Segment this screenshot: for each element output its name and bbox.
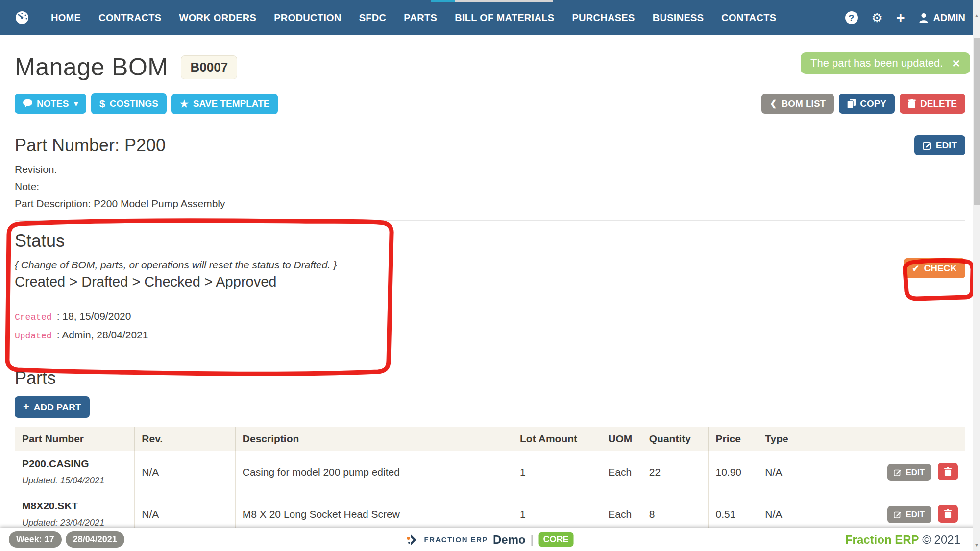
parts-table: Part Number Rev. Description Lot Amount … <box>15 427 965 535</box>
nav-item-contacts[interactable]: CONTACTS <box>721 12 776 24</box>
check-icon: ✔ <box>912 264 919 273</box>
col-actions <box>857 427 965 451</box>
col-quantity: Quantity <box>642 427 709 451</box>
brand-separator: | <box>531 533 534 546</box>
row-edit-button[interactable]: EDIT <box>887 464 931 481</box>
nav-links: HOME CONTRACTS WORK ORDERS PRODUCTION SF… <box>51 12 776 24</box>
col-description: Description <box>235 427 513 451</box>
week-badge: Week: 17 <box>9 531 62 548</box>
add-part-button[interactable]: + ADD PART <box>15 396 90 418</box>
row-rev: N/A <box>135 451 236 493</box>
scroll-down-icon[interactable]: ▼ <box>973 541 980 549</box>
part-description-line: Part Description: P200 Model Pump Assemb… <box>15 198 965 210</box>
app-logo[interactable] <box>15 10 29 25</box>
nav-item-bill-of-materials[interactable]: BILL OF MATERIALS <box>455 12 554 24</box>
copy-button[interactable]: COPY <box>839 94 895 114</box>
nav-item-work-orders[interactable]: WORK ORDERS <box>179 12 256 24</box>
nav-item-parts[interactable]: PARTS <box>404 12 437 24</box>
revision-line: Revision: <box>15 164 965 175</box>
nav-item-sfdc[interactable]: SFDC <box>359 12 387 24</box>
quick-add-icon[interactable]: + <box>896 10 905 25</box>
divider <box>15 125 965 125</box>
plus-icon: + <box>23 402 29 412</box>
row-edit-button[interactable]: EDIT <box>887 506 931 523</box>
col-price: Price <box>709 427 758 451</box>
delete-button[interactable]: DELETE <box>900 94 965 114</box>
vertical-scrollbar[interactable]: ▲ ▼ <box>973 0 980 551</box>
toast-notification: The part has been updated. ✕ <box>801 52 970 74</box>
dashboard-gauge-icon <box>15 10 29 25</box>
updated-label: Updated <box>15 331 52 341</box>
row-type: N/A <box>758 451 857 493</box>
status-section: Status { Change of BOM, parts, or operat… <box>15 231 965 341</box>
divider <box>15 220 965 221</box>
brand-demo: Demo <box>493 533 526 547</box>
row-lot-amount: 1 <box>513 451 601 493</box>
col-rev: Rev. <box>135 427 236 451</box>
save-template-button[interactable]: ★ SAVE TEMPLATE <box>172 94 278 114</box>
speech-bubble-icon <box>23 99 32 108</box>
scroll-up-icon[interactable]: ▲ <box>973 12 980 20</box>
top-navbar: HOME CONTRACTS WORK ORDERS PRODUCTION SF… <box>0 0 980 35</box>
core-badge: CORE <box>538 532 573 547</box>
parts-section: Parts + ADD PART Part Number Rev. Descri… <box>15 368 965 535</box>
row-quantity: 22 <box>642 451 709 493</box>
nav-item-home[interactable]: HOME <box>51 12 81 24</box>
divider <box>15 358 965 358</box>
col-lot-amount: Lot Amount <box>513 427 601 451</box>
table-row: P200.CASING Updated: 15/04/2021 N/A Casi… <box>15 451 965 493</box>
status-heading: Status <box>15 231 65 251</box>
updated-line: Updated : Admin, 28/04/2021 <box>15 329 965 341</box>
col-part-number: Part Number <box>15 427 135 451</box>
fraction-erp-logo <box>407 533 419 546</box>
row-price: 10.90 <box>709 451 758 493</box>
edit-pencil-icon <box>894 469 901 476</box>
toast-close-icon[interactable]: ✕ <box>952 58 960 69</box>
page-title: Manage BOM <box>15 53 168 81</box>
bom-number-badge: B0007 <box>181 55 237 79</box>
bom-list-button[interactable]: ❮ BOM LIST <box>761 94 834 114</box>
nav-item-contracts[interactable]: CONTRACTS <box>98 12 161 24</box>
row-part-number: P200.CASING <box>22 458 127 470</box>
trash-icon <box>944 467 952 476</box>
copyright-suffix: © 2021 <box>922 533 960 546</box>
check-status-button[interactable]: ✔ CHECK <box>904 258 965 278</box>
help-icon[interactable]: ? <box>845 11 858 24</box>
date-badge: 28/04/2021 <box>66 531 124 548</box>
admin-menu[interactable]: ADMIN <box>918 12 965 24</box>
edit-pencil-icon <box>923 141 931 150</box>
col-type: Type <box>758 427 857 451</box>
footer-brand: FRACTION ERP Demo | CORE <box>407 532 574 547</box>
col-uom: UOM <box>601 427 642 451</box>
row-uom: Each <box>601 451 642 493</box>
trash-icon <box>944 509 952 518</box>
edit-pencil-icon <box>894 511 901 518</box>
caret-down-icon: ▾ <box>74 100 78 107</box>
edit-part-button[interactable]: EDIT <box>914 135 965 155</box>
row-part-number: M8X20.SKT <box>22 500 127 512</box>
nav-item-purchases[interactable]: PURCHASES <box>572 12 635 24</box>
trash-icon <box>908 99 916 108</box>
main-content: Manage BOM B0007 NOTES ▾ $ COSTINGS ★ SA… <box>0 53 980 535</box>
updated-value: : Admin, 28/04/2021 <box>57 329 148 341</box>
row-description: Casing for model 200 pump edited <box>235 451 513 493</box>
created-value: : 18, 15/09/2020 <box>57 311 131 322</box>
row-updated: Updated: 23/04/2021 <box>22 518 127 528</box>
settings-gear-icon[interactable]: ⚙ <box>872 12 882 24</box>
status-flow: Created > Drafted > Checked > Approved <box>15 274 965 290</box>
created-line: Created : 18, 15/09/2020 <box>15 311 965 322</box>
nav-item-production[interactable]: PRODUCTION <box>274 12 341 24</box>
row-delete-button[interactable] <box>938 463 958 480</box>
row-delete-button[interactable] <box>938 505 958 523</box>
admin-label: ADMIN <box>933 12 965 24</box>
copyright-brand: Fraction ERP <box>845 533 919 546</box>
notes-button[interactable]: NOTES ▾ <box>15 94 86 114</box>
scrollbar-thumb[interactable] <box>974 38 980 205</box>
row-updated: Updated: 15/04/2021 <box>22 476 127 486</box>
nav-right-icons: ? ⚙ + ADMIN <box>845 10 966 25</box>
nav-item-business[interactable]: BUSINESS <box>653 12 704 24</box>
footer-bar: Week: 17 28/04/2021 FRACTION ERP Demo | … <box>0 528 980 551</box>
chevron-left-icon: ❮ <box>770 99 777 108</box>
costings-button[interactable]: $ COSTINGS <box>91 93 167 114</box>
status-hint: { Change of BOM, parts, or operations wi… <box>15 259 965 271</box>
